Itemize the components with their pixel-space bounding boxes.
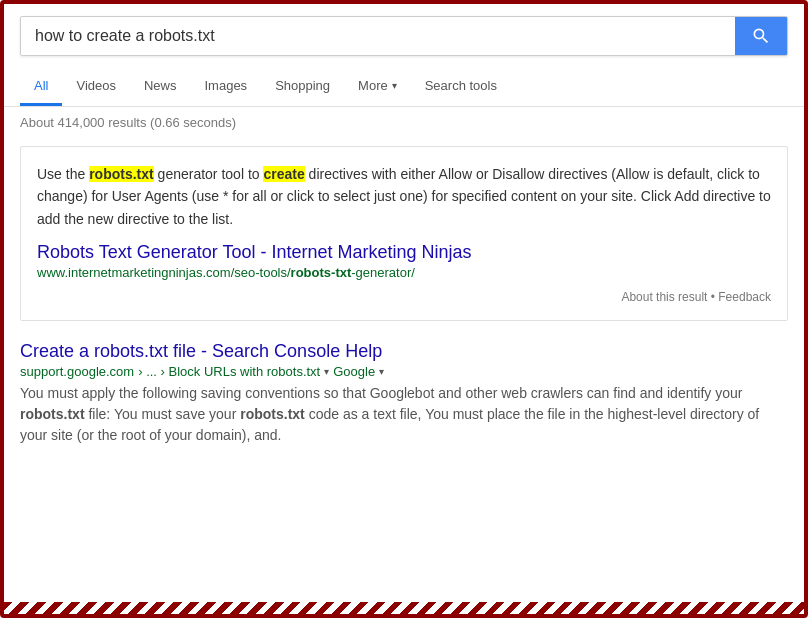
- about-result-link[interactable]: About this result • Feedback: [621, 290, 771, 304]
- result-1-title[interactable]: Create a robots.txt file - Search Consol…: [20, 341, 788, 362]
- more-dropdown-arrow: ▾: [392, 80, 397, 91]
- result-1-snippet: You must apply the following saving conv…: [20, 383, 788, 446]
- result-1-domain: support.google.com: [20, 364, 134, 379]
- snippet-1-bold1: robots.txt: [20, 406, 85, 422]
- nav-tabs: All Videos News Images Shopping More ▾ S…: [4, 68, 804, 107]
- snippet-1-bold2: robots.txt: [240, 406, 305, 422]
- search-icon: [751, 26, 771, 46]
- search-result-1: Create a robots.txt file - Search Consol…: [4, 329, 804, 458]
- tab-all[interactable]: All: [20, 68, 62, 106]
- tab-more[interactable]: More ▾: [344, 68, 411, 106]
- results-count: About 414,000 results (0.66 seconds): [20, 115, 236, 130]
- result-1-url-dropdown[interactable]: ▾: [324, 366, 329, 377]
- tab-images[interactable]: Images: [190, 68, 261, 106]
- result-1-breadcrumb: › ... › Block URLs with robots.txt: [138, 364, 320, 379]
- featured-snippet: Use the robots.txt generator tool to cre…: [20, 146, 788, 321]
- tab-videos[interactable]: Videos: [62, 68, 130, 106]
- snippet-1-mid1: file: You must save your: [85, 406, 241, 422]
- result-1-source: Google: [333, 364, 375, 379]
- snippet-link-title[interactable]: Robots Text Generator Tool - Internet Ma…: [37, 242, 771, 263]
- result-1-source-dropdown[interactable]: ▾: [379, 366, 384, 377]
- snippet-text-middle1: generator tool to: [154, 166, 264, 182]
- snippet-highlight-robotstxt: robots.txt: [89, 166, 154, 182]
- snippet-url-bold: robots-txt: [291, 265, 352, 280]
- search-bar-area: [4, 4, 804, 68]
- results-info: About 414,000 results (0.66 seconds): [4, 107, 804, 138]
- tab-search-tools[interactable]: Search tools: [411, 68, 511, 106]
- snippet-highlight-create: create: [263, 166, 304, 182]
- snippet-1-before: You must apply the following saving conv…: [20, 385, 742, 401]
- snippet-footer: About this result • Feedback: [37, 290, 771, 304]
- search-input[interactable]: [21, 17, 735, 55]
- tab-news[interactable]: News: [130, 68, 191, 106]
- tab-shopping[interactable]: Shopping: [261, 68, 344, 106]
- snippet-url: www.internetmarketingninjas.com/seo-tool…: [37, 265, 771, 280]
- snippet-text: Use the robots.txt generator tool to cre…: [37, 163, 771, 230]
- result-1-url-line: support.google.com › ... › Block URLs wi…: [20, 364, 788, 379]
- search-input-container: [20, 16, 788, 56]
- snippet-text-before: Use the: [37, 166, 89, 182]
- search-button[interactable]: [735, 17, 787, 55]
